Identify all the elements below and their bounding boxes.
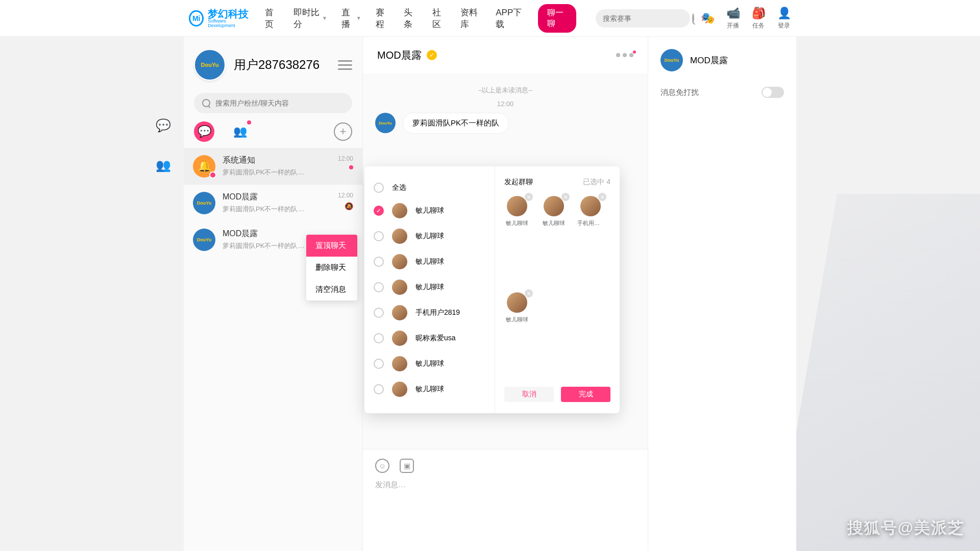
conversation-item[interactable]: 🔔系统通知萝莉圆滑队PK不一样的队…12:00 [184,148,362,185]
selected-contact: ✕敏儿聊球 [504,196,530,284]
remove-icon[interactable]: ✕ [598,193,606,201]
context-menu-item[interactable]: 清空消息 [306,279,357,300]
more-icon[interactable] [616,53,633,57]
top-right-item[interactable]: 🎒任务 [751,6,766,30]
contact-option[interactable]: 手机用户2819 [374,300,485,325]
filter-friends-button[interactable]: 👥 [230,121,250,142]
cancel-button[interactable]: 取消 [504,387,554,402]
contact-option[interactable]: 敏儿聊球 [374,351,485,377]
header-search-input[interactable] [603,14,692,22]
contacts-rail-icon[interactable]: 👥 [156,158,171,172]
user-avatar[interactable]: DouYu [194,49,226,81]
conv-name: MOD晨露 [223,192,331,203]
conv-avatar: DouYu [193,229,215,251]
contact-checkbox[interactable] [374,231,384,241]
contact-checkbox[interactable] [374,308,384,318]
contact-name: 敏儿聊球 [415,232,444,241]
menu-icon[interactable] [338,60,352,70]
conversation-item[interactable]: DouYuMOD晨露萝莉圆滑队PK不一样的队…12:00🔕 [184,185,362,221]
contact-avatar [392,229,407,244]
select-all-checkbox[interactable] [374,183,384,193]
sys-unread-line: –以上是未读消息– [375,86,635,95]
logo-text-cn: 梦幻科技 [208,9,250,19]
nav-item[interactable]: 社区 [432,7,446,30]
conv-time: 12:00 [338,192,353,199]
top-right-item[interactable]: 🎭 [700,11,715,26]
message-bubble: 萝莉圆滑队PK不一样的队 [403,113,509,134]
message-input[interactable]: 发消息… [375,480,635,490]
chat-title-text: MOD晨露 [377,48,422,62]
info-column: DouYu MOD晨露 消息免打扰 [648,37,796,551]
conv-time: 12:00 [338,155,353,162]
top-right-item[interactable]: 👤登录 [777,6,791,30]
verified-icon: ✓ [427,50,437,60]
emoji-icon[interactable]: ☺ [375,459,389,473]
nav-item[interactable]: 资料库 [460,7,481,30]
chat-pill-button[interactable]: 聊一聊 [538,4,576,33]
chat-rail-icon[interactable]: 💬 [156,118,171,133]
context-menu: 置顶聊天删除聊天清空消息 [306,235,357,300]
conv-preview: 萝莉圆滑队PK不一样的队… [223,205,331,214]
logo-text-en: Software Development [208,19,250,28]
contact-option[interactable]: 敏儿聊球 [374,223,485,249]
logo[interactable]: Mi 梦幻科技 Software Development [189,9,250,28]
remove-icon[interactable]: ✕ [525,193,533,201]
confirm-button[interactable]: 完成 [561,387,610,402]
contact-avatar [392,331,407,346]
dnd-toggle[interactable] [762,87,784,98]
contacts-search-input[interactable] [215,99,344,107]
nav-item[interactable]: 赛程 [376,7,389,30]
watermark: 搜狐号@美派芝 [847,517,965,539]
top-right-actions: 🎭📹开播🎒任务👤登录 [700,6,791,30]
add-button[interactable]: + [334,122,352,141]
modal-count: 已选中 4 [583,178,610,187]
nav-item[interactable]: APP下载 [496,7,524,30]
contact-option[interactable]: 敏儿聊球 [374,249,485,274]
tr-icon: 🎭 [700,11,715,26]
contact-checkbox[interactable]: ✓ [374,206,384,216]
select-all-row[interactable]: 全选 [374,178,485,198]
chat-title: MOD晨露 ✓ [377,48,437,62]
contact-checkbox[interactable] [374,333,384,343]
contact-option[interactable]: 敏儿聊球 [374,274,485,300]
contact-option[interactable]: ✓敏儿聊球 [374,198,485,223]
mute-icon: 🔕 [345,202,353,210]
tr-icon: 👤 [777,6,791,20]
nav-item[interactable]: 即时比分▼ [293,7,327,30]
modal-buttons: 取消 完成 [504,387,610,402]
context-menu-item[interactable]: 置顶聊天 [306,235,357,257]
nav-item[interactable]: 头条 [404,7,418,30]
conv-avatar: DouYu [193,192,215,214]
tr-label: 任务 [752,21,765,30]
contact-name: 敏儿聊球 [415,206,444,215]
search-icon [202,99,210,107]
tr-icon: 📹 [726,6,740,20]
contact-option[interactable]: 昵称素爱usa [374,325,485,351]
selected-contact: ✕敏儿聊球 [504,292,530,381]
contacts-search[interactable] [194,93,352,113]
image-icon[interactable]: ▣ [400,459,414,473]
top-right-item[interactable]: 📹开播 [726,6,740,30]
badge-icon [209,171,216,179]
contact-checkbox[interactable] [374,359,384,369]
contact-checkbox[interactable] [374,282,384,292]
contact-avatar [392,382,407,397]
context-menu-item[interactable]: 删除聊天 [306,257,357,279]
nav-item[interactable]: 直播▼ [341,7,361,30]
contact-avatar [392,305,407,320]
info-avatar[interactable]: DouYu [660,49,683,71]
contact-option[interactable]: 敏儿聊球 [374,377,485,402]
message-avatar[interactable]: DouYu [375,113,396,133]
contact-checkbox[interactable] [374,257,384,267]
unread-dot-icon [349,165,353,169]
contact-name: 敏儿聊球 [415,283,444,292]
header-search[interactable] [596,9,690,28]
contact-name: 敏儿聊球 [415,385,444,394]
info-name: MOD晨露 [690,55,728,66]
nav-item[interactable]: 首页 [265,7,279,30]
remove-icon[interactable]: ✕ [525,289,533,297]
conv-name: 系统通知 [223,155,331,166]
contact-checkbox[interactable] [374,384,384,394]
filter-chat-button[interactable]: 💬 [194,121,214,142]
remove-icon[interactable]: ✕ [561,193,570,201]
